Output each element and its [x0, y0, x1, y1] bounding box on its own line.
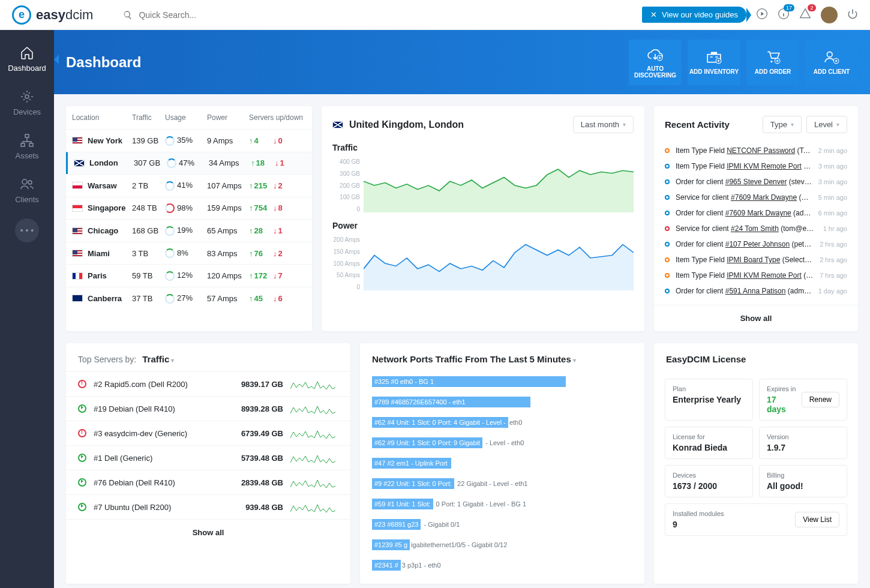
auto-discovering-button[interactable]: AUTO DISCOVERING	[629, 40, 682, 85]
power-y-axis: 200 Amps150 Amps100 Amps50 Amps0	[332, 236, 360, 290]
sidebar-more[interactable]: • • •	[15, 218, 39, 242]
activity-show-all[interactable]: Show all	[654, 305, 858, 331]
status-dot-icon	[665, 257, 670, 262]
logo-icon: e	[12, 5, 31, 25]
alert-badge: 2	[808, 4, 816, 11]
status-dot-icon	[665, 164, 670, 169]
port-row[interactable]: #1239 #5 gigabitethernet1/0/5 - Gigabit …	[360, 535, 644, 555]
location-row[interactable]: Chicago 168 GB 19% 65 Amps 28 1	[66, 219, 312, 242]
sidebar-item-dashboard[interactable]: Dashboard	[0, 37, 54, 81]
sparkline	[290, 501, 338, 513]
license-panel: EasyDCIM License Plan Enterprise Yearly …	[654, 343, 858, 584]
activity-row[interactable]: Service for client #24 Tom Smith (tom@ea…	[665, 221, 847, 236]
sidebar-item-assets[interactable]: Assets	[0, 125, 54, 169]
search-icon	[123, 10, 133, 20]
cloud-download-icon	[647, 46, 663, 62]
status-dot-icon	[665, 273, 670, 278]
license-title: EasyDCIM License	[654, 343, 858, 371]
license-for: License for Konrad Bieda	[665, 427, 753, 459]
port-row[interactable]: #62 #4 Unit: 1 Slot: 0 Port: 4 Gigabit -…	[360, 412, 644, 433]
gauge-icon	[165, 136, 175, 146]
location-row[interactable]: Canberra 37 TB 27% 57 Amps 45 6	[66, 287, 312, 310]
activity-level-dropdown[interactable]: Level	[806, 116, 847, 133]
add-client-button[interactable]: ADD CLIENT	[805, 40, 858, 85]
svg-rect-3	[25, 134, 29, 137]
location-row[interactable]: New York 139 GB 35% 9 Amps 4 0	[66, 129, 312, 152]
port-row[interactable]: #325 #0 eth0 - BG 1	[360, 371, 644, 392]
activity-title: Recent Activity	[665, 119, 758, 130]
port-row[interactable]: #47 #2 em1 - Uplink Port	[360, 453, 644, 473]
users-icon	[20, 177, 34, 191]
port-row[interactable]: #789 #4685726E657400 - eth1	[360, 392, 644, 412]
power-icon[interactable]	[847, 8, 858, 21]
activity-type-dropdown[interactable]: Type	[763, 116, 802, 133]
view-list-button[interactable]: View List	[795, 512, 839, 527]
flag-icon	[332, 121, 343, 128]
server-row[interactable]: #19 Debian (Dell R410) 8939.28 GB	[66, 396, 350, 421]
add-order-button[interactable]: ADD ORDER	[746, 40, 799, 85]
location-row[interactable]: Warsaw 2 TB 41% 107 Amps 215 2	[66, 174, 312, 197]
location-row[interactable]: Miami 3 TB 8% 83 Amps 76 2	[66, 242, 312, 265]
server-row[interactable]: #3 easydcim-dev (Generic) 6739.49 GB	[66, 421, 350, 445]
servers-show-all[interactable]: Show all	[66, 519, 350, 545]
logo[interactable]: e easydcim	[12, 5, 93, 25]
location-detail-title: United Kingdom, London	[349, 119, 464, 130]
server-row[interactable]: #2 Rapid5.com (Dell R200) 9839.17 GB	[66, 371, 350, 396]
activity-row[interactable]: Item Type Field IPMI Board Type (Select)…	[665, 252, 847, 268]
location-row[interactable]: London 307 GB 47% 34 Amps 18 1	[66, 152, 312, 175]
activity-row[interactable]: Item Type Field IPMI KVM Remote Port (Te…	[665, 268, 847, 283]
sparkline	[290, 452, 338, 464]
svg-point-6	[22, 179, 27, 184]
gauge-icon	[165, 181, 175, 191]
port-row[interactable]: #9 #22 Unit: 1 Slot: 0 Port: 22 Gigabit …	[360, 473, 644, 494]
server-row[interactable]: #1 Dell (Generic) 5739.48 GB	[66, 445, 350, 470]
play-icon[interactable]	[756, 8, 768, 22]
top-servers-metric-dropdown[interactable]: Traffic	[142, 354, 174, 364]
location-detail-panel: United Kingdom, London Last month Traffi…	[322, 106, 644, 331]
video-guide-button[interactable]: ✕ View our video guides	[642, 7, 746, 23]
network-ports-panel: Network Ports Traffic From The Last 5 Mi…	[360, 343, 644, 584]
activity-row[interactable]: Order for client #591 Anna Patison (admi…	[665, 283, 847, 299]
close-icon[interactable]: ✕	[650, 10, 657, 19]
port-row[interactable]: #23 #6891 g23 - Gigabit 0/1	[360, 514, 644, 535]
port-row[interactable]: #62 #9 Unit: 1 Slot: 0 Port: 9 Gigabit -…	[360, 433, 644, 453]
gauge-icon	[165, 203, 175, 213]
location-row[interactable]: Paris 59 TB 12% 120 Amps 172 7	[66, 264, 312, 287]
flag-icon	[72, 137, 83, 144]
sparkline	[290, 403, 338, 415]
add-user-icon	[824, 49, 839, 65]
renew-button[interactable]: Renew	[802, 392, 839, 407]
port-row[interactable]: #59 #1 Unit: 1 Slot: 0 Port: 1 Gigabit -…	[360, 494, 644, 514]
info-icon[interactable]: 17	[778, 8, 790, 22]
activity-row[interactable]: Item Type Field NETCONF Password (Text) …	[665, 143, 847, 158]
activity-row[interactable]: Order for client #7609 Mark Dwayne (adm.…	[665, 205, 847, 221]
status-icon	[78, 478, 86, 487]
add-inventory-button[interactable]: ADD INVENTORY	[688, 40, 740, 85]
activity-row[interactable]: Order for client #107 Peter Johnson (pet…	[665, 236, 847, 252]
location-row[interactable]: Singapore 248 TB 98% 159 Amps 754 8	[66, 197, 312, 220]
flag-icon	[74, 160, 85, 167]
activity-row[interactable]: Service for client #7609 Mark Dwayne (ad…	[665, 190, 847, 205]
activity-row[interactable]: Order for client #965 Steve Denver (stev…	[665, 174, 847, 190]
port-row[interactable]: #2341 #3 p3p1 - eth0	[360, 555, 644, 575]
period-dropdown[interactable]: Last month	[573, 116, 634, 133]
status-icon	[78, 404, 86, 413]
sparkline	[290, 476, 338, 488]
license-version: Version 1.9.7	[759, 427, 847, 459]
sidebar-item-devices[interactable]: Devices	[0, 81, 54, 125]
header: e easydcim ✕ View our video guides 17 2	[0, 0, 870, 30]
svg-point-14	[827, 52, 832, 57]
search-wrap	[123, 10, 259, 20]
gauge-icon	[165, 248, 175, 258]
search-input[interactable]	[139, 10, 259, 20]
server-row[interactable]: #7 Ubuntu (Dell R200) 939.48 GB	[66, 494, 350, 519]
activity-row[interactable]: Item Type Field IPMI KVM Remote Port (Te…	[665, 158, 847, 174]
sparkline	[290, 427, 338, 439]
ports-title[interactable]: Network Ports Traffic From The Last 5 Mi…	[372, 354, 576, 364]
sidebar-item-clients[interactable]: Clients	[0, 169, 54, 212]
server-row[interactable]: #76 Debian (Dell R410) 2839.48 GB	[66, 470, 350, 494]
avatar[interactable]	[821, 7, 838, 23]
alert-icon[interactable]: 2	[799, 8, 811, 22]
svg-point-11	[770, 61, 772, 62]
flag-icon	[72, 272, 83, 280]
